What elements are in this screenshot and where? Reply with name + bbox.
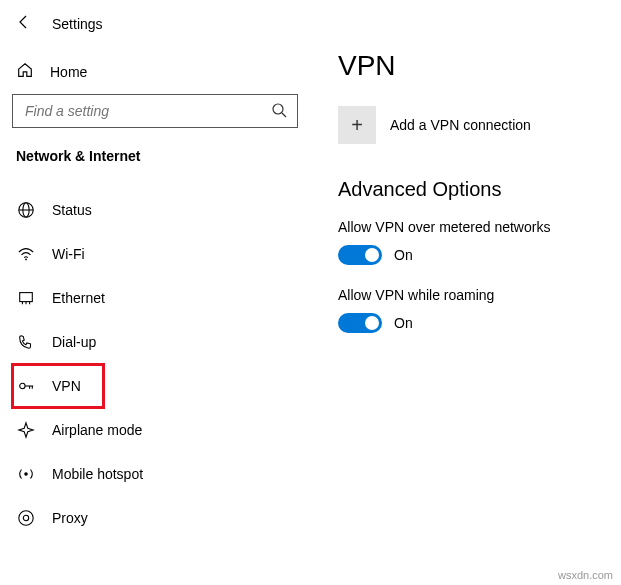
add-vpn-button[interactable]: + Add a VPN connection bbox=[338, 106, 601, 144]
svg-point-14 bbox=[24, 472, 28, 476]
sidebar-item-airplane[interactable]: Airplane mode bbox=[12, 408, 298, 452]
svg-point-10 bbox=[20, 383, 25, 388]
metered-toggle[interactable] bbox=[338, 245, 382, 265]
sidebar-item-label: Status bbox=[52, 202, 92, 218]
phone-icon bbox=[16, 333, 36, 351]
svg-line-1 bbox=[282, 113, 286, 117]
home-icon bbox=[16, 61, 34, 82]
metered-toggle-row: On bbox=[338, 245, 601, 265]
sidebar-item-ethernet[interactable]: Ethernet bbox=[12, 276, 298, 320]
wifi-icon bbox=[16, 245, 36, 263]
sidebar-item-label: VPN bbox=[52, 378, 81, 394]
watermark: wsxdn.com bbox=[558, 569, 613, 581]
ethernet-icon bbox=[16, 289, 36, 307]
svg-point-5 bbox=[25, 259, 27, 261]
sidebar-item-dialup[interactable]: Dial-up bbox=[12, 320, 298, 364]
roaming-toggle[interactable] bbox=[338, 313, 382, 333]
sidebar-item-label: Mobile hotspot bbox=[52, 466, 143, 482]
sidebar-item-hotspot[interactable]: Mobile hotspot bbox=[12, 452, 298, 496]
sidebar-item-label: Dial-up bbox=[52, 334, 96, 350]
section-label: Network & Internet bbox=[12, 144, 298, 188]
search-input[interactable] bbox=[23, 102, 271, 120]
roaming-state: On bbox=[394, 315, 413, 331]
plus-icon: + bbox=[338, 106, 376, 144]
home-label: Home bbox=[50, 64, 87, 80]
airplane-icon bbox=[16, 421, 36, 439]
home-link[interactable]: Home bbox=[12, 53, 298, 94]
sidebar-item-label: Ethernet bbox=[52, 290, 105, 306]
search-icon bbox=[271, 102, 287, 121]
sidebar-item-label: Proxy bbox=[52, 510, 88, 526]
metered-state: On bbox=[394, 247, 413, 263]
content: VPN + Add a VPN connection Advanced Opti… bbox=[310, 0, 621, 585]
vpn-icon bbox=[16, 377, 36, 395]
advanced-heading: Advanced Options bbox=[338, 178, 601, 201]
sidebar-item-vpn[interactable]: VPN bbox=[12, 364, 104, 408]
settings-title: Settings bbox=[52, 16, 103, 32]
svg-rect-6 bbox=[20, 293, 33, 302]
metered-label: Allow VPN over metered networks bbox=[338, 219, 601, 235]
back-icon[interactable] bbox=[16, 14, 32, 33]
header: Settings bbox=[12, 14, 298, 33]
svg-point-16 bbox=[23, 515, 28, 520]
add-vpn-label: Add a VPN connection bbox=[390, 117, 531, 133]
globe-icon bbox=[16, 201, 36, 219]
roaming-label: Allow VPN while roaming bbox=[338, 287, 601, 303]
sidebar-item-proxy[interactable]: Proxy bbox=[12, 496, 298, 540]
sidebar-item-status[interactable]: Status bbox=[12, 188, 298, 232]
svg-point-0 bbox=[273, 104, 283, 114]
sidebar-item-label: Airplane mode bbox=[52, 422, 142, 438]
hotspot-icon bbox=[16, 465, 36, 483]
sidebar-item-label: Wi-Fi bbox=[52, 246, 85, 262]
proxy-icon bbox=[16, 509, 36, 527]
roaming-toggle-row: On bbox=[338, 313, 601, 333]
search-box[interactable] bbox=[12, 94, 298, 128]
page-title: VPN bbox=[338, 50, 601, 82]
sidebar-item-wifi[interactable]: Wi-Fi bbox=[12, 232, 298, 276]
sidebar: Settings Home Network & Internet Status bbox=[0, 0, 310, 585]
svg-point-15 bbox=[19, 511, 33, 525]
